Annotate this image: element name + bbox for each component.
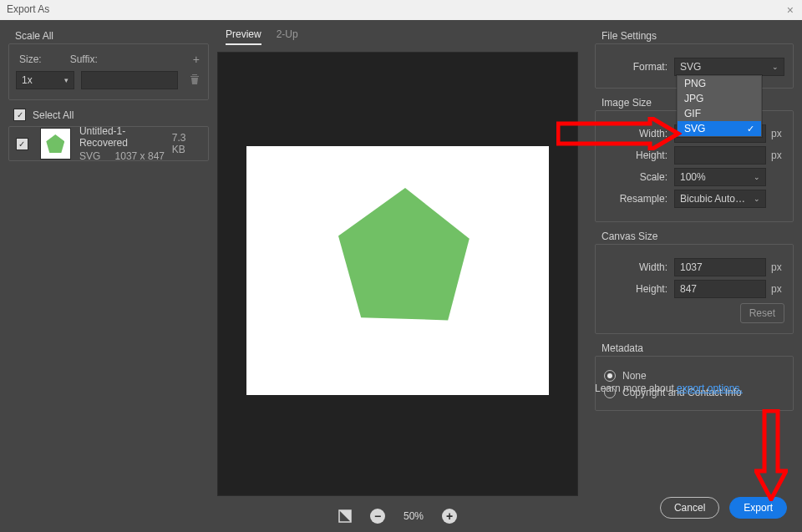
scale-all-title: Scale All [15, 30, 209, 42]
zoom-value: 50% [404, 510, 424, 522]
canvas-width-label: Width: [604, 261, 667, 273]
format-label: Format: [604, 61, 667, 73]
preview-canvas [246, 146, 549, 395]
preview-viewport[interactable] [217, 52, 578, 496]
window-title: Export As [7, 3, 49, 15]
asset-name: Untitled-1-Recovered [79, 125, 172, 149]
learn-more: Learn more about export options. [595, 383, 743, 394]
cancel-button[interactable]: Cancel [660, 497, 719, 519]
size-value: 1x [22, 74, 33, 86]
scale-all-group: Size: Suffix: + 1x ▾ [8, 43, 209, 100]
chevron-down-icon: ⌄ [772, 63, 779, 71]
zoom-out-button[interactable]: − [370, 509, 385, 524]
canvas-color-icon[interactable] [338, 509, 352, 523]
metadata-title: Metadata [602, 342, 794, 354]
resample-label: Resample: [604, 193, 667, 205]
img-scale-value: 100% [680, 171, 706, 183]
select-all-checkbox[interactable]: ✓ [13, 109, 26, 121]
learn-more-text: Learn more about [595, 383, 677, 394]
scale-value-row: 1x ▾ [16, 71, 201, 89]
suffix-input[interactable] [81, 71, 178, 89]
left-column: Scale All Size: Suffix: + 1x ▾ ✓ Select … [8, 30, 209, 161]
preview-pentagon [338, 188, 472, 322]
format-option-gif[interactable]: GIF [678, 106, 761, 121]
canvas-height-value: 847 [680, 283, 697, 295]
asset-item[interactable]: ✓ Untitled-1-Recovered SVG 1037 x 847 7.… [8, 126, 209, 161]
pentagon-icon [46, 134, 64, 153]
asset-format: SVG [79, 150, 100, 162]
size-select[interactable]: 1x ▾ [16, 71, 74, 89]
format-option-svg[interactable]: SVG✓ [678, 121, 761, 136]
img-scale-label: Scale: [604, 171, 667, 183]
export-options-link[interactable]: export options. [677, 383, 743, 394]
px-unit: px [771, 283, 784, 295]
format-value: SVG [680, 61, 701, 73]
preview-column: Preview 2-Up [217, 28, 585, 496]
canvas-size-group: Width: 1037 px Height: 847 px Reset [595, 244, 794, 334]
format-select[interactable]: SVG ⌄ [674, 58, 784, 76]
title-bar: Export As × [0, 0, 802, 21]
scale-header-row: Size: Suffix: + [16, 53, 201, 66]
px-unit: px [771, 149, 784, 161]
canvas-width-value: 1037 [680, 261, 703, 273]
px-unit: px [771, 261, 784, 273]
asset-checkbox[interactable]: ✓ [16, 138, 28, 150]
add-scale-icon[interactable]: + [193, 53, 200, 66]
canvas-height-input[interactable]: 847 [674, 280, 766, 298]
asset-filesize: 7.3 KB [172, 132, 201, 155]
chevron-down-icon: ▾ [64, 76, 69, 84]
resample-select[interactable]: Bicubic Auto… ⌄ [674, 190, 766, 208]
select-all-label: Select All [33, 109, 74, 121]
img-scale-select[interactable]: 100% ⌄ [674, 168, 766, 186]
delete-scale-icon[interactable] [190, 73, 200, 88]
zoom-toolbar: − 50% + [217, 501, 578, 531]
annotation-arrow-down [754, 409, 788, 501]
img-height-input[interactable] [674, 146, 766, 165]
zoom-in-button[interactable]: + [442, 509, 457, 524]
asset-thumbnail [40, 128, 71, 160]
file-settings-title: File Settings [602, 30, 794, 42]
px-unit: px [771, 128, 784, 139]
resample-value: Bicubic Auto… [680, 193, 745, 205]
size-label: Size: [19, 53, 42, 65]
dialog-body: Scale All Size: Suffix: + 1x ▾ ✓ Select … [0, 20, 802, 532]
img-height-label: Height: [604, 149, 667, 161]
asset-meta: Untitled-1-Recovered SVG 1037 x 847 [79, 125, 172, 162]
suffix-label: Suffix: [70, 53, 98, 65]
asset-dimensions: 1037 x 847 [115, 150, 165, 162]
canvas-size-title: Canvas Size [602, 231, 794, 242]
metadata-none-radio[interactable] [604, 370, 616, 382]
canvas-width-input[interactable]: 1037 [674, 258, 766, 276]
metadata-none-label: None [622, 370, 647, 382]
tab-2up[interactable]: 2-Up [277, 28, 298, 45]
canvas-height-label: Height: [604, 283, 667, 295]
format-dropdown[interactable]: PNGJPGGIFSVG✓ [677, 75, 762, 137]
reset-button[interactable]: Reset [740, 303, 784, 323]
preview-tabs: Preview 2-Up [217, 28, 585, 48]
close-icon[interactable]: × [787, 3, 794, 17]
format-option-png[interactable]: PNG [678, 76, 761, 91]
tab-preview[interactable]: Preview [226, 28, 261, 45]
chevron-down-icon: ⌄ [754, 195, 760, 203]
chevron-down-icon: ⌄ [754, 173, 760, 181]
annotation-arrow-left [556, 117, 682, 150]
format-option-jpg[interactable]: JPG [678, 91, 761, 106]
select-all-row[interactable]: ✓ Select All [13, 109, 209, 121]
